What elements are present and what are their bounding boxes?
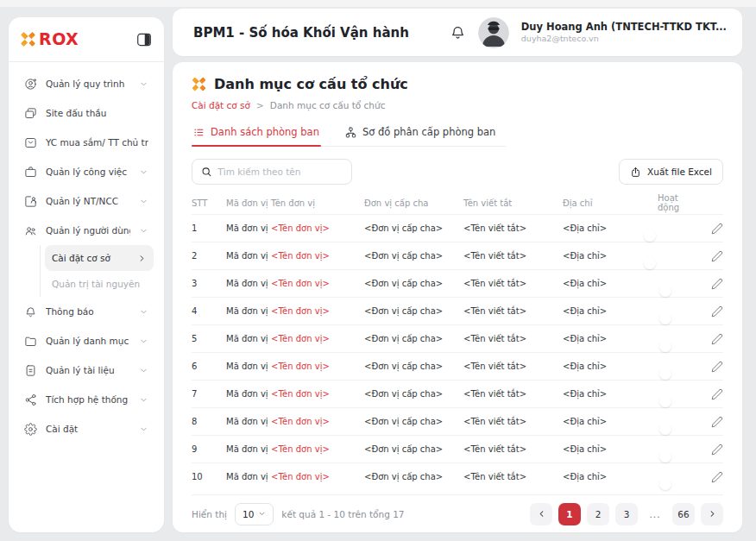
top-header: BPM1 - Số hóa Khối Vận hành Duy Hoang An… bbox=[173, 9, 742, 56]
sidebar-item-cai-dat[interactable]: Cài đặt bbox=[19, 414, 154, 443]
cell-ten-don-vi: <Tên đơn vị> bbox=[271, 251, 364, 261]
cell-stt: 4 bbox=[192, 306, 226, 316]
pagination-prev-button[interactable] bbox=[530, 503, 552, 525]
cell-dia-chi: <Địa chỉ> bbox=[563, 306, 658, 316]
cell-stt: 5 bbox=[192, 334, 226, 343]
main-content: Danh mục cơ cấu tổ chức Cài đặt cơ sở > … bbox=[173, 62, 742, 532]
breadcrumb-parent[interactable]: Cài đặt cơ sở bbox=[192, 100, 250, 110]
sidebar-item-site-dau-thau[interactable]: Site đấu thầu bbox=[19, 98, 154, 128]
edit-icon[interactable] bbox=[702, 416, 723, 428]
cell-ten-don-vi: <Tên đơn vị> bbox=[271, 334, 364, 343]
cell-dia-chi: <Địa chỉ> bbox=[563, 251, 658, 261]
user-info[interactable]: Duy Hoang Anh (TNTECH-TTKD TKT... duyha2… bbox=[521, 21, 727, 44]
bell-icon bbox=[24, 305, 37, 318]
briefcase-icon bbox=[24, 166, 37, 179]
col-ten-don-vi: Tên đơn vị bbox=[271, 198, 364, 208]
search-input[interactable] bbox=[217, 167, 343, 177]
sidebar-item-quan-ly-danh-muc[interactable]: Quản lý danh mục bbox=[19, 326, 154, 355]
process-icon bbox=[24, 78, 37, 91]
logo-text: ROX bbox=[39, 31, 79, 47]
users-icon bbox=[24, 224, 37, 237]
cell-stt: 8 bbox=[192, 417, 226, 426]
pagination-next-button[interactable] bbox=[701, 503, 723, 525]
cell-dia-chi: <Địa chỉ> bbox=[563, 389, 658, 399]
edit-icon[interactable] bbox=[702, 305, 723, 318]
sidebar-item-quan-ly-nguoi-dung[interactable]: Quản lý người dùng bbox=[19, 216, 154, 245]
page-button-66[interactable]: 66 bbox=[672, 503, 695, 525]
tabs: Danh sách phòng ban Sơ đồ phân cấp phòng… bbox=[192, 121, 506, 147]
list-icon bbox=[193, 127, 205, 138]
col-ma-don-vi: Mã đơn vị bbox=[226, 198, 271, 208]
cell-ten-don-vi: <Tên đơn vị> bbox=[271, 417, 364, 426]
tab-so-do-phan-cap[interactable]: Sơ đồ phân cấp phòng ban bbox=[343, 121, 497, 146]
cell-don-vi-cap-cha: <Đơn vị cấp cha> bbox=[364, 444, 463, 454]
table-row: 9 Mã đơn vị <Tên đơn vị> <Đơn vị cấp cha… bbox=[192, 435, 723, 462]
sidebar-collapse-icon[interactable] bbox=[136, 33, 152, 47]
cell-ten-viet-tat: <Tên viết tắt> bbox=[463, 306, 563, 316]
sidebar-item-yc-mua-sam[interactable]: YC mua sắm/ TT chủ trương bbox=[19, 128, 154, 157]
chevron-down-icon bbox=[139, 79, 148, 89]
cell-don-vi-cap-cha: <Đơn vị cấp cha> bbox=[364, 279, 463, 288]
cell-ma-don-vi: Mã đơn vị bbox=[226, 279, 271, 288]
chevron-left-icon bbox=[537, 509, 546, 519]
cell-ten-viet-tat: <Tên viết tắt> bbox=[463, 417, 563, 426]
sidebar-item-thong-bao[interactable]: Thông báo bbox=[19, 297, 154, 326]
sidebar-item-quan-ly-quy-trinh[interactable]: Quản lý quy trình bbox=[19, 69, 154, 98]
cell-don-vi-cap-cha: <Đơn vị cấp cha> bbox=[364, 223, 463, 233]
cell-ten-don-vi: <Tên đơn vị> bbox=[271, 444, 364, 454]
edit-icon[interactable] bbox=[702, 278, 723, 290]
chevron-down-icon bbox=[139, 307, 148, 317]
cell-stt: 9 bbox=[192, 444, 226, 454]
sidebar: ROX Quản lý quy trình Site đấu thầu YC m… bbox=[9, 17, 164, 532]
page-size-select[interactable]: 10 bbox=[235, 503, 274, 525]
cell-ma-don-vi: Mã đơn vị bbox=[226, 223, 271, 233]
table-row: 5 Mã đơn vị <Tên đơn vị> <Đơn vị cấp cha… bbox=[192, 324, 723, 352]
edit-icon[interactable] bbox=[702, 471, 723, 483]
edit-icon[interactable] bbox=[702, 361, 723, 373]
chevron-down-icon bbox=[139, 366, 148, 375]
cell-don-vi-cap-cha: <Đơn vị cấp cha> bbox=[364, 362, 463, 371]
cell-don-vi-cap-cha: <Đơn vị cấp cha> bbox=[364, 334, 463, 343]
sidebar-subitem-cai-dat-co-so[interactable]: Cài đặt cơ sở bbox=[45, 245, 154, 271]
sidebar-item-quan-ly-tai-lieu[interactable]: Quản lý tài liệu bbox=[19, 355, 154, 385]
sidebar-item-quan-ly-nt-ncc[interactable]: Quản lý NT/NCC bbox=[19, 186, 154, 216]
cell-dia-chi: <Địa chỉ> bbox=[563, 444, 658, 454]
cell-dia-chi: <Địa chỉ> bbox=[563, 279, 658, 288]
sidebar-item-quan-ly-cong-viec[interactable]: Quản lý công việc bbox=[19, 157, 154, 186]
document-icon bbox=[24, 364, 37, 377]
folder-icon bbox=[24, 335, 37, 348]
pagination: 123...66 bbox=[530, 503, 723, 525]
edit-icon[interactable] bbox=[702, 250, 723, 262]
tab-danh-sach-phong-ban[interactable]: Danh sách phòng ban bbox=[192, 121, 321, 146]
edit-icon[interactable] bbox=[702, 223, 723, 235]
cell-ten-don-vi: <Tên đơn vị> bbox=[271, 472, 364, 481]
cell-dia-chi: <Địa chỉ> bbox=[563, 472, 658, 481]
sidebar-subitem-quan-tri-tai-nguyen[interactable]: Quản trị tài nguyên bbox=[45, 271, 154, 297]
chevron-down-icon bbox=[139, 425, 148, 434]
edit-icon[interactable] bbox=[702, 388, 723, 400]
export-excel-button[interactable]: Xuất file Excel bbox=[619, 159, 723, 185]
cell-don-vi-cap-cha: <Đơn vị cấp cha> bbox=[364, 251, 463, 261]
user-avatar[interactable] bbox=[478, 17, 509, 48]
notification-bell-icon[interactable] bbox=[450, 24, 466, 41]
page-title-icon bbox=[192, 77, 205, 91]
cell-stt: 7 bbox=[192, 389, 226, 399]
edit-icon[interactable] bbox=[702, 443, 723, 456]
page-button-3[interactable]: 3 bbox=[615, 503, 638, 525]
sidebar-item-tich-hop-he-thong[interactable]: Tích hợp hệ thống bbox=[19, 385, 154, 414]
page-button-1[interactable]: 1 bbox=[558, 503, 581, 525]
cell-ma-don-vi: Mã đơn vị bbox=[226, 334, 271, 343]
edit-icon[interactable] bbox=[702, 333, 723, 345]
top-strip bbox=[0, 0, 756, 7]
col-stt: STT bbox=[192, 198, 226, 208]
show-label: Hiển thị bbox=[192, 509, 227, 519]
table-footer: Hiển thị 10 kết quả 1 - 10 trên tổng 17 … bbox=[192, 494, 723, 532]
hierarchy-icon bbox=[345, 127, 356, 138]
cell-ten-viet-tat: <Tên viết tắt> bbox=[463, 334, 563, 343]
page-title: Danh mục cơ cấu tổ chức bbox=[214, 76, 408, 92]
page-button-2[interactable]: 2 bbox=[587, 503, 609, 525]
cell-stt: 10 bbox=[192, 472, 226, 481]
breadcrumb: Cài đặt cơ sở > Danh mục cơ cấu tổ chức bbox=[192, 100, 723, 110]
table-row: 10 Mã đơn vị <Tên đơn vị> <Đơn vị cấp ch… bbox=[192, 462, 723, 490]
inbox-icon bbox=[24, 136, 37, 149]
